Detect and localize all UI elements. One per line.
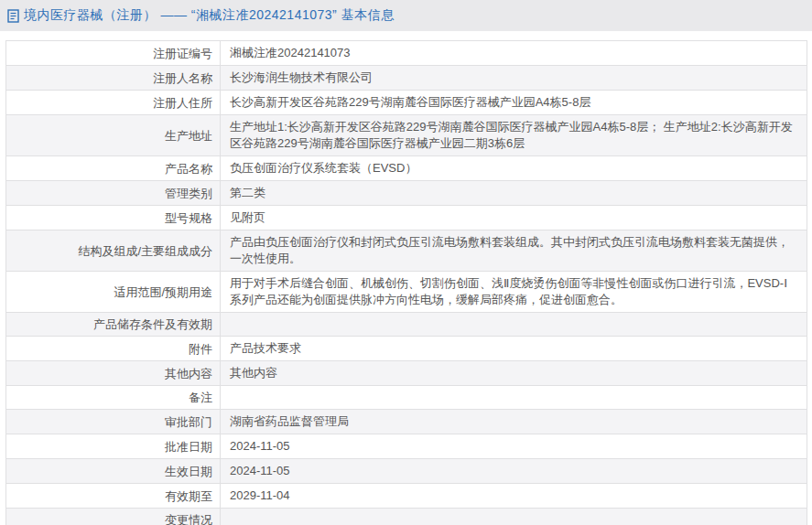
row-label: 生产地址 bbox=[6, 115, 221, 155]
row-value: 2024-11-05 bbox=[221, 434, 807, 458]
table-row: 其他内容 其他内容 bbox=[6, 361, 807, 386]
row-label: 产品储存条件及有效期 bbox=[6, 313, 221, 336]
page-header: 境内医疗器械（注册） —— “湘械注准20242141073” 基本信息 bbox=[0, 0, 812, 31]
table-row: 注册人名称 长沙海润生物技术有限公司 bbox=[6, 66, 807, 91]
row-label: 管理类别 bbox=[6, 181, 221, 205]
row-value: 其他内容 bbox=[221, 361, 807, 385]
row-label: 型号规格 bbox=[6, 206, 221, 230]
table-row: 批准日期 2024-11-05 bbox=[6, 434, 807, 459]
row-label: 注册人住所 bbox=[6, 91, 221, 114]
table-row: 有效期至 2029-11-04 bbox=[6, 484, 807, 509]
table-row: 审批部门 湖南省药品监督管理局 bbox=[6, 410, 807, 434]
row-label: 注册证编号 bbox=[6, 41, 221, 65]
table-row: 附件 产品技术要求 bbox=[6, 337, 807, 361]
row-label: 审批部门 bbox=[6, 410, 221, 434]
row-value: 长沙海润生物技术有限公司 bbox=[221, 66, 807, 90]
row-value: 长沙高新开发区谷苑路229号湖南麓谷国际医疗器械产业园A4栋5-8层 bbox=[221, 91, 807, 114]
table-row: 产品名称 负压创面治疗仪系统套装（EVSD） bbox=[6, 156, 807, 181]
document-icon bbox=[7, 9, 19, 23]
row-label: 生效日期 bbox=[6, 459, 221, 483]
table-row: 注册人住所 长沙高新开发区谷苑路229号湖南麓谷国际医疗器械产业园A4栋5-8层 bbox=[6, 91, 807, 115]
row-value: 湖南省药品监督管理局 bbox=[221, 410, 807, 434]
row-label: 适用范围/预期用途 bbox=[6, 272, 221, 312]
row-value: 负压创面治疗仪系统套装（EVSD） bbox=[221, 156, 807, 180]
table-row: 结构及组成/主要组成成分 产品由负压创面治疗仪和封闭式负压引流电场敷料套装组成。… bbox=[6, 230, 807, 272]
row-label: 批准日期 bbox=[6, 434, 221, 458]
row-value: 产品由负压创面治疗仪和封闭式负压引流电场敷料套装组成。其中封闭式负压引流电场敷料… bbox=[221, 230, 807, 271]
table-row: 生产地址 生产地址1:长沙高新开发区谷苑路229号湖南麓谷国际医疗器械产业园A4… bbox=[6, 115, 807, 156]
row-value: 产品技术要求 bbox=[221, 337, 807, 360]
row-label: 注册人名称 bbox=[6, 66, 221, 90]
table-row: 注册证编号 湘械注准20242141073 bbox=[6, 41, 807, 66]
row-label: 结构及组成/主要组成成分 bbox=[6, 230, 221, 271]
info-table: 注册证编号 湘械注准20242141073 注册人名称 长沙海润生物技术有限公司… bbox=[5, 40, 807, 525]
row-label: 变更情况 bbox=[6, 509, 221, 525]
page-title: 境内医疗器械（注册） —— “湘械注准20242141073” 基本信息 bbox=[24, 7, 395, 24]
row-value bbox=[221, 313, 807, 336]
row-label: 其他内容 bbox=[6, 361, 221, 385]
row-value bbox=[221, 386, 807, 409]
row-value: 2029-11-04 bbox=[221, 484, 807, 508]
row-value: 见附页 bbox=[221, 206, 807, 230]
row-label: 产品名称 bbox=[6, 156, 221, 180]
row-label: 有效期至 bbox=[6, 484, 221, 508]
table-row: 型号规格 见附页 bbox=[6, 206, 807, 230]
table-row: 变更情况 bbox=[6, 509, 807, 525]
row-value bbox=[221, 509, 807, 525]
table-row: 生效日期 2024-11-05 bbox=[6, 459, 807, 484]
table-row: 备注 bbox=[6, 386, 807, 410]
row-value: 生产地址1:长沙高新开发区谷苑路229号湖南麓谷国际医疗器械产业园A4栋5-8层… bbox=[221, 115, 807, 155]
row-label: 附件 bbox=[6, 337, 221, 360]
row-value: 2024-11-05 bbox=[221, 459, 807, 483]
row-value: 用于对手术后缝合创面、机械创伤、切割伤创面、浅Ⅱ度烧烫伤创面等非慢性创面或伤口进… bbox=[221, 272, 807, 312]
table-row: 管理类别 第二类 bbox=[6, 181, 807, 206]
table-row: 适用范围/预期用途 用于对手术后缝合创面、机械创伤、切割伤创面、浅Ⅱ度烧烫伤创面… bbox=[6, 272, 807, 313]
row-value: 第二类 bbox=[221, 181, 807, 205]
row-label: 备注 bbox=[6, 386, 221, 409]
table-row: 产品储存条件及有效期 bbox=[6, 313, 807, 337]
row-value: 湘械注准20242141073 bbox=[221, 41, 807, 65]
